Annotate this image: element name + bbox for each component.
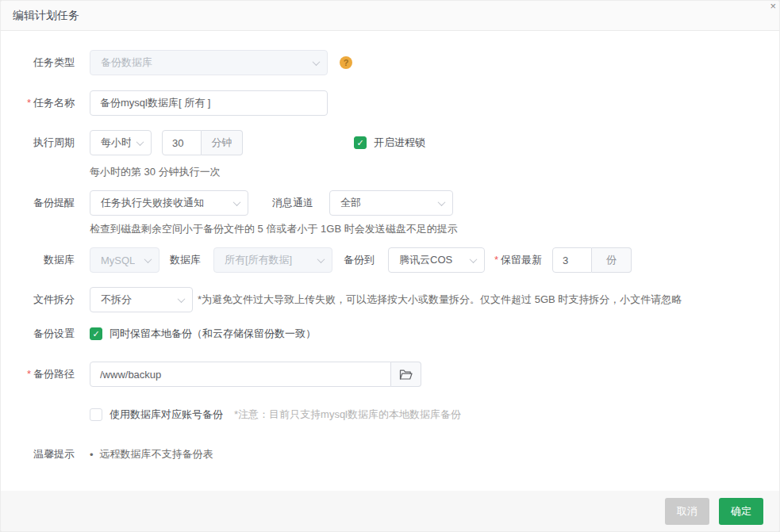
db-select-value: 所有[所有数据] (225, 253, 292, 267)
chevron-down-icon (178, 295, 186, 303)
db-select-label: 数据库 (170, 253, 201, 267)
split-select[interactable]: 不拆分 (90, 287, 193, 312)
db-engine-select[interactable]: MySQL (90, 247, 159, 273)
folder-icon (399, 369, 413, 381)
cycle-minute-input[interactable] (162, 130, 202, 155)
db-account-row: 使用数据库对应账号备份 *注意：目前只支持mysql数据库的本地数据库备份 (1, 408, 779, 422)
remind-label: 备份提醒 (17, 196, 75, 210)
required-asterisk: * (27, 368, 31, 380)
cycle-hint: 每小时的第 30 分钟执行一次 (1, 165, 779, 178)
task-type-row: 任务类型 备份数据库 ? (1, 50, 779, 75)
dialog-title: 编辑计划任务 (13, 9, 79, 23)
db-select[interactable]: 所有[所有数据] (213, 247, 332, 273)
cycle-label: 执行周期 (17, 136, 75, 150)
backup-target-select[interactable]: 腾讯云COS (388, 247, 485, 273)
channel-select[interactable]: 全部 (329, 190, 453, 216)
local-backup-row: 备份设置 ✓ 同时保留本地备份（和云存储保留份数一致） (1, 327, 779, 341)
backup-path-row: *备份路径 (1, 362, 779, 387)
task-type-value: 备份数据库 (101, 55, 152, 70)
cycle-period-select[interactable]: 每小时 (90, 130, 152, 155)
database-label: 数据库 (17, 253, 75, 267)
dialog-footer: 取消 确定 (1, 491, 779, 531)
chevron-down-icon (438, 198, 446, 206)
chevron-down-icon (317, 255, 325, 263)
task-type-select[interactable]: 备份数据库 (90, 50, 328, 75)
keep-count-input[interactable] (552, 247, 592, 273)
split-hint: *为避免文件过大导致上传失败，可以选择按大小或数量拆分。仅文件超过 5GB 时支… (198, 293, 682, 307)
task-name-row: *任务名称 (1, 90, 779, 116)
db-engine-value: MySQL (101, 255, 135, 266)
confirm-button[interactable]: 确定 (719, 498, 763, 525)
channel-label: 消息通道 (272, 196, 313, 210)
cycle-period-value: 每小时 (101, 136, 131, 150)
backup-path-group (90, 362, 421, 387)
task-name-label: *任务名称 (17, 96, 75, 110)
required-asterisk: * (27, 97, 31, 109)
dialog-header: 编辑计划任务 × (1, 1, 779, 31)
task-name-input[interactable] (90, 90, 328, 116)
remind-hint: 检查到磁盘剩余空间小于备份文件的 5 倍或者小于 1GB 时会发送磁盘不足的提示 (1, 222, 779, 235)
cycle-minute-unit: 分钟 (202, 130, 243, 155)
required-asterisk: * (494, 254, 498, 266)
process-lock-checkbox[interactable]: ✓ (354, 136, 367, 149)
tips-label: 温馨提示 (17, 447, 75, 461)
cycle-row: 执行周期 每小时 分钟 ✓ 开启进程锁 (1, 130, 779, 155)
remind-select[interactable]: 任务执行失败接收通知 (90, 190, 248, 216)
close-icon[interactable]: × (770, 1, 776, 12)
chevron-down-icon (313, 58, 321, 66)
cancel-button[interactable]: 取消 (665, 498, 709, 525)
local-backup-checkbox[interactable]: ✓ (90, 327, 102, 340)
db-account-checkbox[interactable] (90, 408, 102, 421)
local-backup-label: 备份设置 (17, 327, 75, 341)
split-value: 不拆分 (101, 293, 132, 307)
dialog-body: 任务类型 备份数据库 ? *任务名称 执行周期 每小时 分钟 ✓ 开启进程锁 (1, 31, 779, 491)
chevron-down-icon (144, 255, 152, 263)
check-icon: ✓ (92, 330, 99, 339)
cycle-minute-group: 分钟 (162, 130, 243, 155)
process-lock-label: 开启进程锁 (374, 136, 425, 150)
keep-label: *保留最新 (494, 253, 542, 267)
channel-value: 全部 (340, 196, 361, 210)
task-type-label: 任务类型 (17, 55, 75, 70)
browse-folder-button[interactable] (391, 362, 421, 387)
remind-value: 任务执行失败接收通知 (101, 196, 204, 210)
remind-row: 备份提醒 任务执行失败接收通知 消息通道 全部 (1, 190, 779, 216)
help-icon[interactable]: ? (340, 56, 352, 69)
db-account-note: *注意：目前只支持mysql数据库的本地数据库备份 (234, 408, 461, 422)
backup-target-label: 备份到 (344, 253, 375, 267)
edit-cron-task-dialog: 编辑计划任务 × 任务类型 备份数据库 ? *任务名称 执行周期 每小时 (0, 0, 780, 532)
tip-item: 远程数据库不支持备份表 (100, 447, 213, 461)
backup-path-input[interactable] (90, 362, 391, 387)
db-account-checkbox-label: 使用数据库对应账号备份 (110, 408, 223, 422)
split-row: 文件拆分 不拆分 *为避免文件过大导致上传失败，可以选择按大小或数量拆分。仅文件… (1, 287, 779, 312)
keep-unit: 份 (592, 247, 632, 273)
split-label: 文件拆分 (17, 293, 75, 307)
bullet-icon: • (90, 449, 94, 461)
chevron-down-icon (136, 138, 144, 146)
backup-target-value: 腾讯云COS (399, 253, 452, 267)
chevron-down-icon (233, 198, 241, 206)
check-icon: ✓ (356, 139, 363, 147)
local-backup-checkbox-label: 同时保留本地备份（和云存储保留份数一致） (110, 327, 316, 341)
keep-group: 份 (552, 247, 632, 273)
tips-row: 温馨提示 • 远程数据库不支持备份表 (1, 447, 779, 461)
chevron-down-icon (470, 255, 478, 263)
database-row: 数据库 MySQL 数据库 所有[所有数据] 备份到 腾讯云COS *保留最新 … (1, 247, 779, 273)
backup-path-label: *备份路径 (17, 367, 75, 381)
